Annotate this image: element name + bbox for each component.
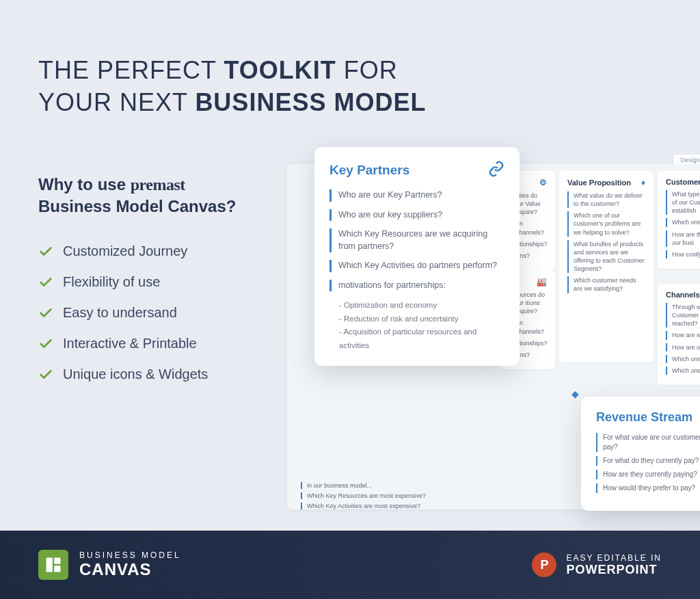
- powerpoint-icon: P: [532, 553, 556, 577]
- revenue-stream-card: Revenue Stream◆ For what value are our c…: [581, 397, 700, 511]
- check-icon: [38, 367, 53, 382]
- cost-structure-card: in our business model...Which Key Resour…: [301, 482, 426, 513]
- customer-relationships-card: Customer R What type of of our Cust to e…: [658, 171, 700, 269]
- diamond-icon: ◆: [571, 388, 579, 399]
- footer-right-subtitle: EASY EDITABLE IN: [566, 553, 662, 563]
- check-icon: [38, 306, 53, 321]
- canvas-preview: Designed for: s⚙ vities do our Value req…: [287, 154, 700, 509]
- footer: BUSINESS MODEL CANVAS P EASY EDITABLE IN…: [0, 531, 700, 599]
- svg-rect-2: [54, 565, 60, 572]
- channels-card: Channels Through wh Customer S reached?H…: [658, 284, 700, 385]
- check-icon: [38, 275, 53, 290]
- check-icon: [38, 244, 53, 259]
- canvas-logo-icon: [38, 550, 68, 580]
- main-title: THE PERFECT TOOLKIT FOR YOUR NEXT BUSINE…: [38, 55, 662, 119]
- gear-icon: ⚙: [539, 178, 547, 187]
- check-icon: [38, 336, 53, 351]
- footer-title: CANVAS: [79, 560, 181, 579]
- svg-rect-1: [54, 558, 60, 564]
- diamond-icon: ♦: [641, 178, 645, 187]
- footer-subtitle: BUSINESS MODEL: [79, 550, 181, 560]
- factory-icon: 🏭: [537, 277, 547, 287]
- svg-rect-0: [46, 558, 53, 572]
- key-partners-card: Key Partners Who are our Key Partners? W…: [314, 147, 520, 366]
- link-icon: [488, 161, 504, 180]
- value-proposition-card: Value Proposition♦ What value do we deli…: [559, 171, 654, 362]
- footer-right-title: POWERPOINT: [566, 563, 662, 577]
